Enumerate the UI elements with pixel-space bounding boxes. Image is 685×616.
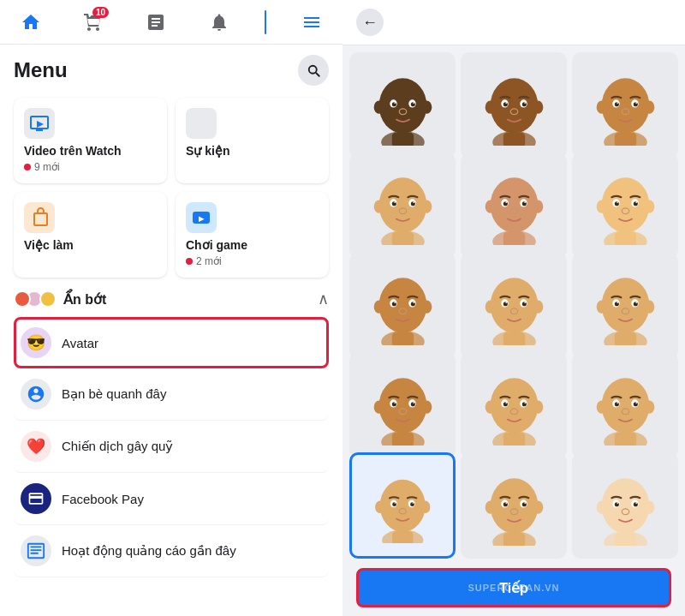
svg-point-103 <box>644 301 654 314</box>
nav-home[interactable] <box>14 5 48 39</box>
svg-point-26 <box>510 108 517 114</box>
menu-card-watch[interactable]: Video trên Watch 9 mới <box>14 98 167 183</box>
svg-point-19 <box>533 100 543 113</box>
svg-point-48 <box>394 202 396 204</box>
avatar-cell-7[interactable] <box>349 253 456 359</box>
svg-point-139 <box>644 400 654 413</box>
svg-point-96 <box>505 302 507 303</box>
friends-icon <box>21 379 51 410</box>
svg-point-37 <box>635 102 637 104</box>
svg-point-65 <box>601 178 649 233</box>
svg-rect-160 <box>503 532 524 545</box>
avatar-grid <box>342 45 685 559</box>
menu-card-games[interactable]: ▶ Chơi game 2 mới <box>176 192 329 278</box>
svg-point-78 <box>373 301 384 314</box>
section-header-hidden[interactable]: Ẩn bớt ∧ <box>14 290 329 308</box>
svg-point-122 <box>399 409 406 415</box>
svg-point-35 <box>633 102 637 106</box>
svg-rect-64 <box>614 232 635 245</box>
nav-bell[interactable] <box>202 5 236 39</box>
svg-point-126 <box>485 400 495 413</box>
svg-point-55 <box>533 200 543 213</box>
svg-point-109 <box>635 302 637 303</box>
avatar-cell-4[interactable] <box>349 153 456 259</box>
avatar-cell-15[interactable] <box>572 452 678 559</box>
svg-point-66 <box>596 200 606 213</box>
nav-active-indicator <box>265 10 266 34</box>
menu-item-ads[interactable]: Hoạt động quảng cáo gần đây <box>14 525 329 577</box>
back-button[interactable]: ← <box>356 9 384 36</box>
menu-cards-row2: Việc làm ▶ Chơi game 2 mới <box>14 192 329 278</box>
avatar-cell-12[interactable] <box>572 352 678 458</box>
menu-card-events[interactable]: Sự kiện <box>176 98 329 183</box>
svg-point-156 <box>394 502 396 504</box>
svg-point-169 <box>524 502 526 504</box>
svg-point-118 <box>391 402 396 406</box>
avatar-cell-11[interactable] <box>461 352 567 458</box>
svg-point-24 <box>505 102 507 104</box>
svg-point-79 <box>421 301 432 314</box>
menu-cards-row1: Video trên Watch 9 mới Sự kiện <box>14 98 329 183</box>
svg-rect-148 <box>392 531 413 543</box>
svg-point-50 <box>399 208 406 214</box>
avatar-cell-5[interactable] <box>461 153 567 259</box>
left-panel: 10 Menu Video trên Watch <box>0 0 342 616</box>
svg-point-25 <box>524 102 526 104</box>
svg-rect-4 <box>391 132 413 145</box>
svg-point-62 <box>510 208 517 214</box>
svg-rect-40 <box>391 232 413 245</box>
svg-point-53 <box>490 178 538 233</box>
avatar-cell-1[interactable] <box>349 52 456 158</box>
menu-item-fundraiser[interactable]: ❤️ Chiến dịch gây quỹ <box>14 421 329 473</box>
svg-point-149 <box>379 480 425 532</box>
menu-item-avatar[interactable]: 😎 Avatar <box>14 317 329 368</box>
svg-rect-52 <box>503 232 524 245</box>
avatar-cell-9[interactable] <box>572 253 678 359</box>
svg-point-94 <box>503 302 507 306</box>
svg-point-130 <box>503 402 507 406</box>
avatar-cell-6[interactable] <box>572 153 678 259</box>
svg-point-77 <box>378 278 426 332</box>
svg-point-74 <box>622 208 628 214</box>
avatar-cell-2[interactable] <box>461 52 567 158</box>
svg-point-174 <box>596 500 606 513</box>
svg-point-30 <box>596 100 606 113</box>
shop-badge: 10 <box>92 7 109 18</box>
svg-point-11 <box>410 102 414 106</box>
svg-rect-124 <box>503 433 524 446</box>
svg-point-127 <box>533 400 543 413</box>
svg-point-120 <box>394 402 396 404</box>
right-panel: ← <box>342 0 685 616</box>
svg-point-67 <box>644 200 654 213</box>
avatar-cell-14[interactable] <box>461 452 567 559</box>
svg-point-154 <box>392 502 396 506</box>
menu-card-jobs[interactable]: Việc làm <box>14 192 167 278</box>
nav-menu[interactable] <box>295 5 329 39</box>
svg-point-170 <box>510 509 517 515</box>
svg-point-106 <box>614 302 618 306</box>
svg-rect-28 <box>614 132 635 145</box>
svg-point-143 <box>633 402 637 406</box>
svg-point-163 <box>533 500 543 513</box>
events-title: Sự kiện <box>186 144 319 158</box>
svg-point-133 <box>524 402 526 404</box>
svg-point-83 <box>410 302 414 306</box>
svg-point-6 <box>373 100 384 113</box>
nav-shop[interactable]: 10 <box>76 5 110 39</box>
jobs-title: Việc làm <box>24 238 157 252</box>
svg-point-38 <box>622 108 628 114</box>
avatar-cell-13[interactable] <box>349 452 456 559</box>
search-button[interactable] <box>298 55 329 86</box>
menu-item-friends[interactable]: Bạn bè quanh đây <box>14 368 329 421</box>
svg-point-162 <box>485 500 495 513</box>
chevron-up-icon: ∧ <box>318 290 329 308</box>
avatar-cell-10[interactable] <box>349 352 456 458</box>
next-button[interactable]: Tiếp <box>356 568 671 607</box>
svg-point-145 <box>635 402 637 404</box>
menu-item-pay[interactable]: Facebook Pay <box>14 473 329 525</box>
avatar-cell-8[interactable] <box>461 253 567 359</box>
avatar-cell-3[interactable] <box>572 52 678 158</box>
menu-title: Menu <box>14 58 68 82</box>
svg-rect-112 <box>391 433 413 446</box>
nav-marketplace[interactable] <box>139 5 173 39</box>
